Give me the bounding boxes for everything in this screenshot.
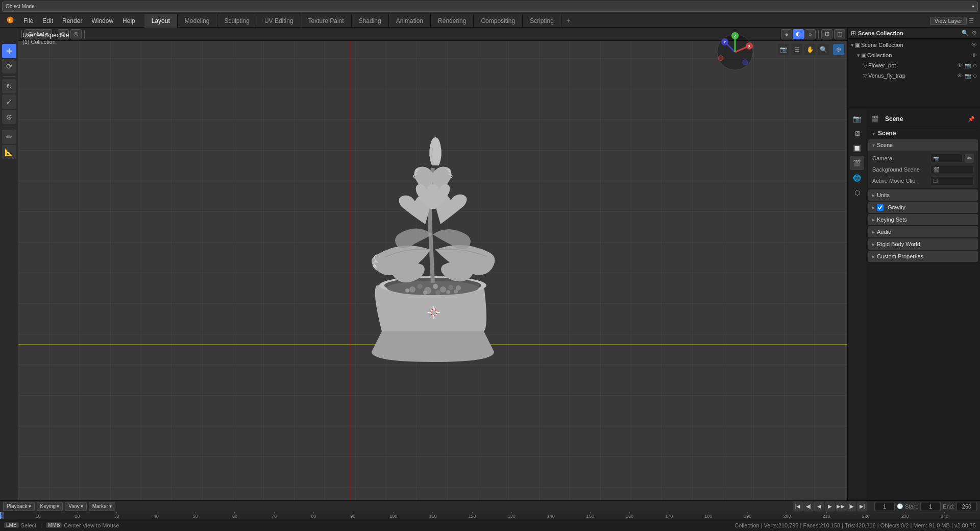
timeline-marker-arrow: ▾ <box>109 503 112 509</box>
vp-material-btn[interactable]: ◐ <box>793 29 804 39</box>
outliner-collection[interactable]: ▾ ▣ Collection 👁 <box>849 50 979 60</box>
outliner-fp-eye[interactable]: 👁 <box>957 62 963 68</box>
tab-shading[interactable]: Shading <box>352 14 389 28</box>
menu-render[interactable]: Render <box>58 16 86 26</box>
prop-viewlayer-icon[interactable]: 🔲 <box>850 141 864 155</box>
outliner-col-eye[interactable]: 👁 <box>971 52 977 58</box>
tl-next-keyframe-btn[interactable]: |▶ <box>846 501 856 512</box>
prop-object-icon[interactable]: ⬡ <box>850 185 864 200</box>
tab-animation[interactable]: Animation <box>389 14 431 28</box>
outliner-flower-pot[interactable]: ▽ Flower_pot 👁 📷 ⊙ <box>849 60 979 70</box>
outliner-options-btn[interactable]: ⚙ <box>972 30 977 36</box>
prop-render-icon[interactable]: 📷 <box>850 111 864 126</box>
timeline-frame-inputs: 🕐 Start: End: <box>874 502 977 511</box>
timeline-ruler <box>0 512 980 519</box>
tl-play-btn[interactable]: ▶ <box>825 501 835 512</box>
tl-step-back-btn[interactable]: ◀ <box>814 501 824 512</box>
vp-global-btn[interactable]: Global ▾ <box>24 29 52 39</box>
timeline-start-frame-input[interactable] <box>920 502 941 511</box>
outliner-sc-eye[interactable]: 👁 <box>971 42 977 48</box>
menu-blender[interactable]: B <box>2 15 18 27</box>
tool-rotate[interactable]: ↻ <box>2 79 16 93</box>
prop-camera-row: Camera 📷 ✏ <box>872 153 974 164</box>
prop-bgscene-value[interactable]: 🎬 <box>930 165 974 174</box>
timeline-marker-label: Marker <box>92 503 108 509</box>
tool-transform[interactable]: ⊕ <box>2 110 16 124</box>
vp-sep-3 <box>84 30 85 38</box>
outliner-scene-collection[interactable]: ▾ ▣ Scene Collection 👁 <box>849 40 979 50</box>
section-units-header[interactable]: ▸ Units <box>868 189 978 201</box>
left-toolbar: Object Mode ▾ ✛ ⟳ ↻ ⤢ ⊕ ✏ 📐 <box>0 28 18 500</box>
section-rigid-header[interactable]: ▸ Rigid Body World <box>868 238 978 250</box>
menu-help[interactable]: Help <box>118 16 139 26</box>
prop-scene-icon[interactable]: 🎬 <box>850 156 864 170</box>
tab-modeling[interactable]: Modeling <box>178 14 217 28</box>
tab-uv-editing[interactable]: UV Editing <box>257 14 301 28</box>
timeline-end-frame-input[interactable] <box>957 502 977 511</box>
menu-file[interactable]: File <box>19 16 37 26</box>
svg-point-30 <box>405 288 409 293</box>
outliner-fp-icon: ▽ <box>863 62 867 69</box>
vp-search-icon-btn[interactable]: 🔍 <box>818 44 829 55</box>
vp-global-arrow: ▾ <box>45 31 48 37</box>
tab-layout[interactable]: Layout <box>144 14 178 28</box>
vp-pivot-btn[interactable]: ◎ <box>70 29 82 39</box>
timeline-current-frame[interactable] <box>874 502 895 511</box>
scene-arrow[interactable]: ▾ <box>872 131 875 136</box>
outliner-filter-btn[interactable]: 🔍 <box>962 30 969 36</box>
timeline-keying-btn[interactable]: Keying ▾ <box>37 502 63 511</box>
props-header: 🎬 Scene 📌 <box>868 111 978 127</box>
timeline-track[interactable]: 1102030405060708090100110120130140150160… <box>0 512 980 519</box>
tool-cursor[interactable]: ✛ <box>2 44 16 58</box>
props-pin-btn[interactable]: 📌 <box>968 116 975 123</box>
tab-sculpting[interactable]: Sculpting <box>217 14 257 28</box>
prop-output-icon[interactable]: 🖥 <box>850 126 864 140</box>
prop-movieclip-value[interactable]: 🎞 <box>930 176 974 185</box>
timeline-playback-btn[interactable]: Playback ▾ <box>3 502 35 511</box>
tab-compositing[interactable]: Compositing <box>474 14 523 28</box>
tl-prev-keyframe-btn[interactable]: ◀| <box>803 501 814 512</box>
vp-collection-icon-btn[interactable]: ☰ <box>791 44 802 55</box>
vp-hand-icon-btn[interactable]: ✋ <box>804 44 816 55</box>
tool-move[interactable]: ⟳ <box>2 59 16 74</box>
menu-edit[interactable]: Edit <box>38 16 57 26</box>
timeline-view-btn[interactable]: View ▾ <box>65 502 87 511</box>
section-keying-header[interactable]: ▸ Keying Sets <box>868 214 978 225</box>
vp-snap-btn[interactable]: ⊙ <box>58 29 69 39</box>
section-scene-header[interactable]: ▾ Scene <box>868 139 978 151</box>
vp-overlay-btn[interactable]: ⊞ <box>821 29 832 39</box>
tool-scale[interactable]: ⤢ <box>2 94 16 109</box>
tl-jump-start-btn[interactable]: |◀ <box>793 501 803 512</box>
tool-measure[interactable]: 📐 <box>2 145 16 159</box>
vp-gizmo-move-btn[interactable]: ⊕ <box>833 44 844 55</box>
outliner-vft-cam: 📷 <box>965 73 971 79</box>
vp-xray-btn[interactable]: ◫ <box>834 29 845 39</box>
tab-rendering[interactable]: Rendering <box>431 14 474 28</box>
vp-rendered-btn[interactable]: ○ <box>804 29 816 39</box>
section-custom-header[interactable]: ▸ Custom Properties <box>868 251 978 262</box>
prop-world-icon[interactable]: 🌐 <box>850 171 864 185</box>
tab-scripting[interactable]: Scripting <box>523 14 561 28</box>
prop-camera-value[interactable]: 📷 <box>930 154 963 163</box>
tl-jump-end-btn[interactable]: ▶| <box>857 501 867 512</box>
vp-camera-icon-btn[interactable]: 📷 <box>778 44 789 55</box>
tool-annotate[interactable]: ✏ <box>2 130 16 144</box>
outliner-venus-fly-trap[interactable]: ▽ Venus_fly_trap 👁 📷 ⊙ <box>849 70 979 81</box>
tl-step-fwd-btn[interactable]: ▶▶ <box>836 501 846 512</box>
view-layer-btn[interactable]: View Layer <box>930 17 967 25</box>
tab-texture-paint[interactable]: Texture Paint <box>301 14 352 28</box>
gravity-checkbox[interactable] <box>877 204 884 211</box>
prop-camera-edit-btn[interactable]: ✏ <box>965 154 974 163</box>
viewport[interactable]: Global ▾ ⊙ ◎ ● ◐ ○ ⊞ ◫ <box>18 28 847 500</box>
menu-window[interactable]: Window <box>87 16 117 26</box>
tab-add[interactable]: + <box>561 14 575 28</box>
vp-solid-btn[interactable]: ● <box>781 29 792 39</box>
properties-content: 🎬 Scene 📌 ▾ Scene ▾ Scene <box>866 109 980 500</box>
navigation-gizmo[interactable]: X Y Z <box>715 32 755 73</box>
scene-btn[interactable]: ☰ <box>969 17 974 24</box>
section-gravity-header[interactable]: ▸ Gravity <box>868 202 978 213</box>
outliner-vft-eye[interactable]: 👁 <box>957 73 963 79</box>
timeline-marker-btn[interactable]: Marker ▾ <box>89 502 115 511</box>
section-audio-header[interactable]: ▸ Audio <box>868 226 978 237</box>
section-keying-label: Keying Sets <box>877 216 907 223</box>
